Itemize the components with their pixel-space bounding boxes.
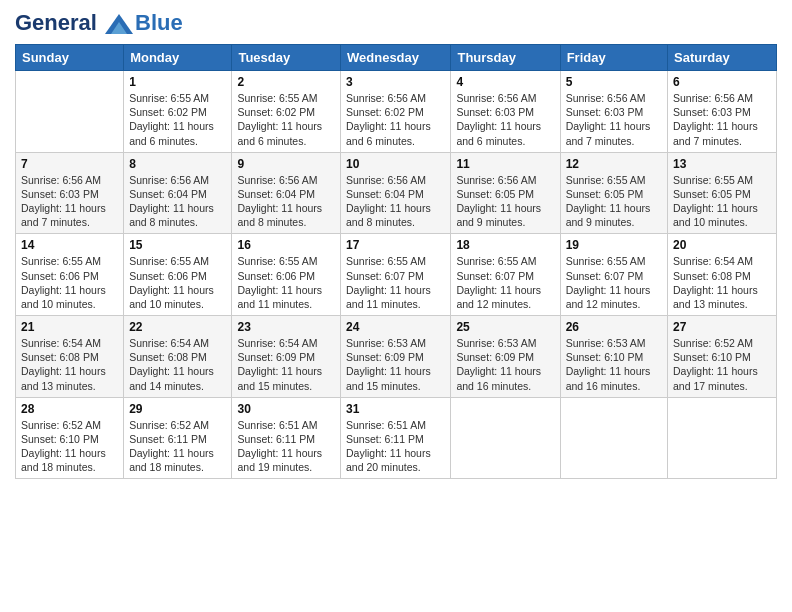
day-cell: 2Sunrise: 6:55 AMSunset: 6:02 PMDaylight…	[232, 71, 341, 153]
day-number: 5	[566, 75, 662, 89]
day-info: Sunrise: 6:56 AMSunset: 6:03 PMDaylight:…	[456, 91, 554, 148]
day-cell: 12Sunrise: 6:55 AMSunset: 6:05 PMDayligh…	[560, 152, 667, 234]
day-info: Sunrise: 6:51 AMSunset: 6:11 PMDaylight:…	[346, 418, 445, 475]
day-cell: 15Sunrise: 6:55 AMSunset: 6:06 PMDayligh…	[124, 234, 232, 316]
day-info: Sunrise: 6:55 AMSunset: 6:05 PMDaylight:…	[566, 173, 662, 230]
calendar-table: SundayMondayTuesdayWednesdayThursdayFrid…	[15, 44, 777, 479]
day-cell: 6Sunrise: 6:56 AMSunset: 6:03 PMDaylight…	[668, 71, 777, 153]
day-number: 30	[237, 402, 335, 416]
weekday-header-tuesday: Tuesday	[232, 45, 341, 71]
day-info: Sunrise: 6:56 AMSunset: 6:05 PMDaylight:…	[456, 173, 554, 230]
day-cell: 16Sunrise: 6:55 AMSunset: 6:06 PMDayligh…	[232, 234, 341, 316]
day-cell: 21Sunrise: 6:54 AMSunset: 6:08 PMDayligh…	[16, 316, 124, 398]
week-row-1: 1Sunrise: 6:55 AMSunset: 6:02 PMDaylight…	[16, 71, 777, 153]
day-cell: 5Sunrise: 6:56 AMSunset: 6:03 PMDaylight…	[560, 71, 667, 153]
day-info: Sunrise: 6:56 AMSunset: 6:03 PMDaylight:…	[21, 173, 118, 230]
week-row-5: 28Sunrise: 6:52 AMSunset: 6:10 PMDayligh…	[16, 397, 777, 479]
weekday-header-row: SundayMondayTuesdayWednesdayThursdayFrid…	[16, 45, 777, 71]
day-info: Sunrise: 6:55 AMSunset: 6:07 PMDaylight:…	[566, 254, 662, 311]
day-number: 21	[21, 320, 118, 334]
day-number: 6	[673, 75, 771, 89]
day-number: 9	[237, 157, 335, 171]
day-cell: 19Sunrise: 6:55 AMSunset: 6:07 PMDayligh…	[560, 234, 667, 316]
day-number: 4	[456, 75, 554, 89]
day-info: Sunrise: 6:55 AMSunset: 6:06 PMDaylight:…	[129, 254, 226, 311]
day-cell: 9Sunrise: 6:56 AMSunset: 6:04 PMDaylight…	[232, 152, 341, 234]
week-row-4: 21Sunrise: 6:54 AMSunset: 6:08 PMDayligh…	[16, 316, 777, 398]
day-number: 16	[237, 238, 335, 252]
logo-icon	[105, 14, 133, 34]
day-info: Sunrise: 6:54 AMSunset: 6:08 PMDaylight:…	[673, 254, 771, 311]
day-number: 7	[21, 157, 118, 171]
day-info: Sunrise: 6:52 AMSunset: 6:11 PMDaylight:…	[129, 418, 226, 475]
day-number: 25	[456, 320, 554, 334]
day-info: Sunrise: 6:55 AMSunset: 6:07 PMDaylight:…	[346, 254, 445, 311]
day-number: 14	[21, 238, 118, 252]
day-number: 15	[129, 238, 226, 252]
header: General Blue	[15, 10, 777, 36]
weekday-header-sunday: Sunday	[16, 45, 124, 71]
day-cell: 10Sunrise: 6:56 AMSunset: 6:04 PMDayligh…	[341, 152, 451, 234]
day-cell	[16, 71, 124, 153]
day-cell: 30Sunrise: 6:51 AMSunset: 6:11 PMDayligh…	[232, 397, 341, 479]
day-info: Sunrise: 6:55 AMSunset: 6:05 PMDaylight:…	[673, 173, 771, 230]
week-row-2: 7Sunrise: 6:56 AMSunset: 6:03 PMDaylight…	[16, 152, 777, 234]
day-cell: 31Sunrise: 6:51 AMSunset: 6:11 PMDayligh…	[341, 397, 451, 479]
day-cell: 14Sunrise: 6:55 AMSunset: 6:06 PMDayligh…	[16, 234, 124, 316]
day-number: 27	[673, 320, 771, 334]
day-number: 31	[346, 402, 445, 416]
day-cell: 4Sunrise: 6:56 AMSunset: 6:03 PMDaylight…	[451, 71, 560, 153]
day-info: Sunrise: 6:56 AMSunset: 6:04 PMDaylight:…	[129, 173, 226, 230]
day-info: Sunrise: 6:53 AMSunset: 6:09 PMDaylight:…	[456, 336, 554, 393]
day-number: 17	[346, 238, 445, 252]
day-info: Sunrise: 6:56 AMSunset: 6:02 PMDaylight:…	[346, 91, 445, 148]
day-info: Sunrise: 6:55 AMSunset: 6:02 PMDaylight:…	[237, 91, 335, 148]
day-number: 11	[456, 157, 554, 171]
page-container: General Blue SundayMondayTuesdayWednesda…	[0, 0, 792, 489]
day-cell	[560, 397, 667, 479]
day-cell: 29Sunrise: 6:52 AMSunset: 6:11 PMDayligh…	[124, 397, 232, 479]
weekday-header-monday: Monday	[124, 45, 232, 71]
weekday-header-wednesday: Wednesday	[341, 45, 451, 71]
week-row-3: 14Sunrise: 6:55 AMSunset: 6:06 PMDayligh…	[16, 234, 777, 316]
day-number: 22	[129, 320, 226, 334]
day-cell: 18Sunrise: 6:55 AMSunset: 6:07 PMDayligh…	[451, 234, 560, 316]
day-number: 24	[346, 320, 445, 334]
day-number: 2	[237, 75, 335, 89]
day-cell: 20Sunrise: 6:54 AMSunset: 6:08 PMDayligh…	[668, 234, 777, 316]
day-cell: 24Sunrise: 6:53 AMSunset: 6:09 PMDayligh…	[341, 316, 451, 398]
day-cell: 23Sunrise: 6:54 AMSunset: 6:09 PMDayligh…	[232, 316, 341, 398]
day-number: 10	[346, 157, 445, 171]
day-cell: 26Sunrise: 6:53 AMSunset: 6:10 PMDayligh…	[560, 316, 667, 398]
day-number: 19	[566, 238, 662, 252]
day-cell	[668, 397, 777, 479]
day-cell: 28Sunrise: 6:52 AMSunset: 6:10 PMDayligh…	[16, 397, 124, 479]
logo-text: General Blue	[15, 10, 183, 36]
day-cell: 27Sunrise: 6:52 AMSunset: 6:10 PMDayligh…	[668, 316, 777, 398]
weekday-header-saturday: Saturday	[668, 45, 777, 71]
day-cell	[451, 397, 560, 479]
day-info: Sunrise: 6:56 AMSunset: 6:03 PMDaylight:…	[673, 91, 771, 148]
day-info: Sunrise: 6:52 AMSunset: 6:10 PMDaylight:…	[21, 418, 118, 475]
day-info: Sunrise: 6:54 AMSunset: 6:09 PMDaylight:…	[237, 336, 335, 393]
day-info: Sunrise: 6:55 AMSunset: 6:02 PMDaylight:…	[129, 91, 226, 148]
day-number: 1	[129, 75, 226, 89]
day-number: 29	[129, 402, 226, 416]
day-cell: 13Sunrise: 6:55 AMSunset: 6:05 PMDayligh…	[668, 152, 777, 234]
day-number: 3	[346, 75, 445, 89]
day-number: 8	[129, 157, 226, 171]
day-cell: 25Sunrise: 6:53 AMSunset: 6:09 PMDayligh…	[451, 316, 560, 398]
day-info: Sunrise: 6:56 AMSunset: 6:03 PMDaylight:…	[566, 91, 662, 148]
day-number: 23	[237, 320, 335, 334]
day-number: 28	[21, 402, 118, 416]
day-cell: 3Sunrise: 6:56 AMSunset: 6:02 PMDaylight…	[341, 71, 451, 153]
day-number: 13	[673, 157, 771, 171]
weekday-header-friday: Friday	[560, 45, 667, 71]
day-info: Sunrise: 6:54 AMSunset: 6:08 PMDaylight:…	[129, 336, 226, 393]
day-number: 20	[673, 238, 771, 252]
logo-blue: Blue	[135, 10, 183, 36]
day-info: Sunrise: 6:52 AMSunset: 6:10 PMDaylight:…	[673, 336, 771, 393]
weekday-header-thursday: Thursday	[451, 45, 560, 71]
day-info: Sunrise: 6:55 AMSunset: 6:07 PMDaylight:…	[456, 254, 554, 311]
day-info: Sunrise: 6:55 AMSunset: 6:06 PMDaylight:…	[21, 254, 118, 311]
